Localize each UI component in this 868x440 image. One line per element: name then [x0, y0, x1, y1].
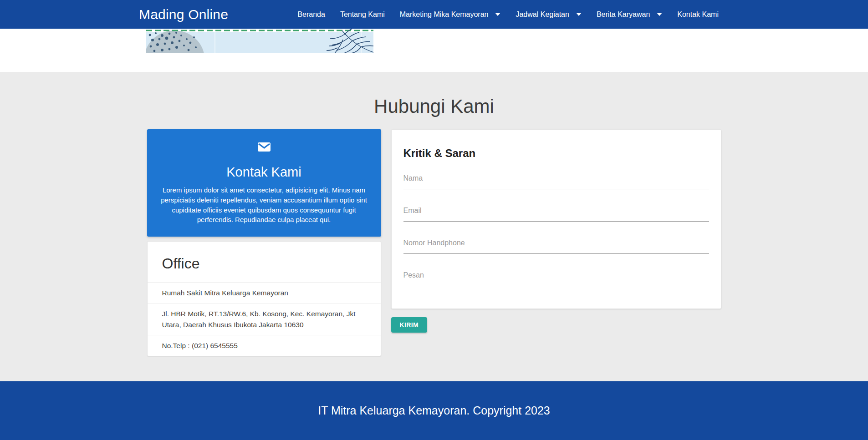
- nav-item-marketing-mika-kemayoran[interactable]: Marketing Mika Kemayoran: [400, 10, 501, 19]
- email-input[interactable]: [403, 203, 709, 222]
- nomor-handphone-input[interactable]: [403, 235, 709, 254]
- nav-item-label: Berita Karyawan: [597, 10, 650, 19]
- nama-input[interactable]: [403, 171, 709, 189]
- office-title: Office: [162, 255, 366, 272]
- contact-card-body: Lorem ipsum dolor sit amet consectetur, …: [160, 185, 368, 225]
- main-nav: Beranda Tentang Kami Marketing Mika Kema…: [297, 10, 719, 19]
- office-item-company: Rumah Sakit Mitra Keluarga Kemayoran: [148, 282, 381, 303]
- chevron-down-icon: [576, 13, 582, 16]
- nav-item-berita-karyawan[interactable]: Berita Karyawan: [597, 10, 662, 19]
- office-item-address: Jl. HBR Motik, RT.13/RW.6, Kb. Kosong, K…: [148, 303, 381, 335]
- field-nama: [403, 171, 709, 189]
- nav-item-label: Marketing Mika Kemayoran: [400, 10, 489, 19]
- contact-card: Kontak Kami Lorem ipsum dolor sit amet c…: [147, 129, 381, 237]
- hero-band: [0, 29, 868, 72]
- office-item-phone: No.Telp : (021) 6545555: [148, 335, 381, 356]
- chevron-down-icon: [495, 13, 500, 16]
- office-card-header: Office: [148, 242, 381, 282]
- nav-item-label: Tentang Kami: [340, 10, 385, 19]
- nav-item-beranda[interactable]: Beranda: [297, 10, 325, 19]
- nav-item-jadwal-kegiatan[interactable]: Jadwal Kegiatan: [516, 10, 581, 19]
- footer-copyright-text: IT Mitra Keluarga Kemayoran. Copyright 2…: [318, 404, 550, 417]
- main-section: Hubungi Kami Kontak Kami Lorem ipsum dol…: [0, 72, 868, 381]
- nav-item-kontak-kami[interactable]: Kontak Kami: [677, 10, 719, 19]
- nav-item-tentang-kami[interactable]: Tentang Kami: [340, 10, 385, 19]
- field-nomor-handphone: [403, 235, 709, 254]
- email-icon: [257, 142, 271, 152]
- brand-logo[interactable]: Mading Online: [139, 7, 228, 22]
- contact-card-title: Kontak Kami: [160, 165, 368, 180]
- nav-item-label: Kontak Kami: [677, 10, 719, 19]
- page-title: Hubungi Kami: [0, 96, 868, 117]
- page-footer: IT Mitra Keluarga Kemayoran. Copyright 2…: [0, 381, 868, 440]
- left-column: Kontak Kami Lorem ipsum dolor sit amet c…: [147, 129, 381, 356]
- content-container: Kontak Kami Lorem ipsum dolor sit amet c…: [147, 129, 721, 356]
- field-email: [403, 203, 709, 222]
- right-column: Kritik & Saran KIRIM: [391, 129, 721, 333]
- field-pesan: [403, 268, 709, 286]
- nav-item-label: Jadwal Kegiatan: [516, 10, 569, 19]
- grid-line: [214, 32, 215, 53]
- pesan-input[interactable]: [403, 268, 709, 286]
- top-navbar: Mading Online Beranda Tentang Kami Marke…: [0, 0, 868, 29]
- office-card: Office Rumah Sakit Mitra Keluarga Kemayo…: [147, 241, 381, 356]
- feedback-form-card: Kritik & Saran: [391, 129, 721, 309]
- kirim-button[interactable]: KIRIM: [391, 317, 428, 333]
- decorative-banner-image: [146, 29, 373, 53]
- nav-item-label: Beranda: [297, 10, 325, 19]
- chevron-down-icon: [657, 13, 662, 16]
- form-title: Kritik & Saran: [403, 147, 709, 160]
